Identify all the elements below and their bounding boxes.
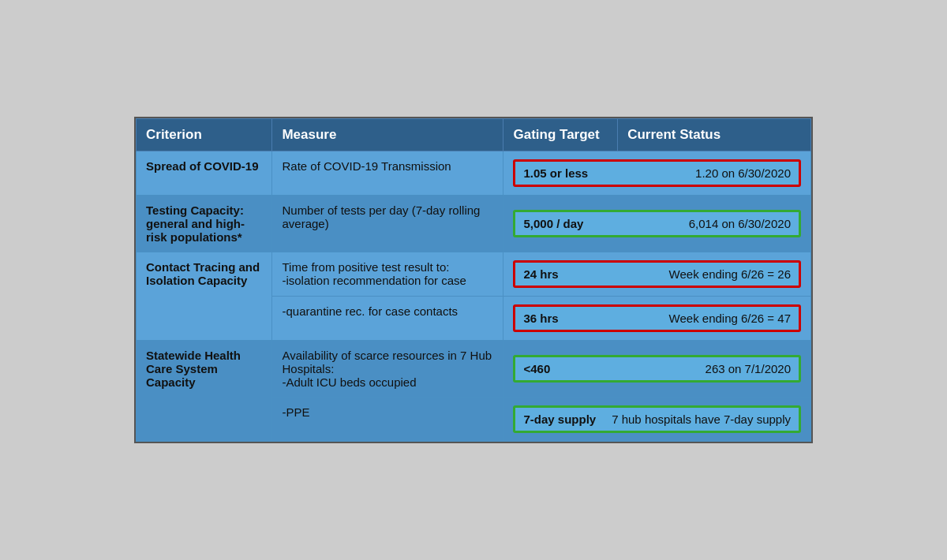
status-value: 1.20 on 6/30/2020	[695, 166, 791, 180]
sub-status-value: 7 hub hospitals have 7-day supply	[612, 413, 791, 426]
measure-cell: Number of tests per day (7-day rolling a…	[272, 196, 503, 252]
gating-value: 24 hrs	[523, 267, 558, 281]
measure-cell: Rate of COVID-19 Transmission	[272, 151, 503, 196]
sub-measure-cell: -PPE	[272, 398, 503, 442]
table-row: Testing Capacity: general and high-risk …	[137, 196, 811, 252]
criterion-cell: Spread of COVID-19	[137, 151, 272, 196]
sub-status-value: Week ending 6/26 = 47	[669, 312, 791, 325]
combined-cell: 24 hrs Week ending 6/26 = 26	[503, 252, 811, 297]
combined-cell: 5,000 / day 6,014 on 6/30/2020	[503, 196, 811, 252]
criterion-cell: Statewide Health Care System Capacity	[137, 341, 272, 442]
status-value: 263 on 7/1/2020	[706, 362, 791, 375]
sub-gating-value: 36 hrs	[523, 312, 558, 325]
gating-value: 5,000 / day	[523, 217, 583, 230]
combined-cell: <460 263 on 7/1/2020	[503, 341, 811, 398]
status-value: 6,014 on 6/30/2020	[689, 217, 791, 230]
gating-value: <460	[523, 362, 550, 375]
status-value: Week ending 6/26 = 26	[669, 267, 791, 281]
header-measure: Measure	[272, 119, 503, 151]
measure-cell: Availability of scarce resources in 7 Hu…	[272, 341, 503, 398]
sub-gating-value: 7-day supply	[523, 413, 596, 426]
table-row: Statewide Health Care System Capacity Av…	[137, 341, 811, 398]
header-criterion: Criterion	[137, 119, 272, 151]
sub-measure-cell: -quarantine rec. for case contacts	[272, 297, 503, 341]
combined-cell: 1.05 or less 1.20 on 6/30/2020	[503, 151, 811, 196]
table-row: Contact Tracing and Isolation Capacity T…	[137, 252, 811, 297]
table-row: Spread of COVID-19 Rate of COVID-19 Tran…	[137, 151, 811, 196]
sub-combined-cell: 36 hrs Week ending 6/26 = 47	[503, 297, 811, 341]
header-gating: Gating Target	[503, 119, 618, 151]
criterion-cell: Contact Tracing and Isolation Capacity	[137, 252, 272, 341]
sub-combined-cell: 7-day supply 7 hub hospitals have 7-day …	[503, 398, 811, 442]
criterion-cell: Testing Capacity: general and high-risk …	[137, 196, 272, 252]
header-status: Current Status	[618, 119, 811, 151]
main-table-wrapper: Criterion Measure Gating Target Current …	[134, 117, 813, 443]
gating-value: 1.05 or less	[523, 166, 588, 180]
measure-cell: Time from positive test result to:-isola…	[272, 252, 503, 297]
